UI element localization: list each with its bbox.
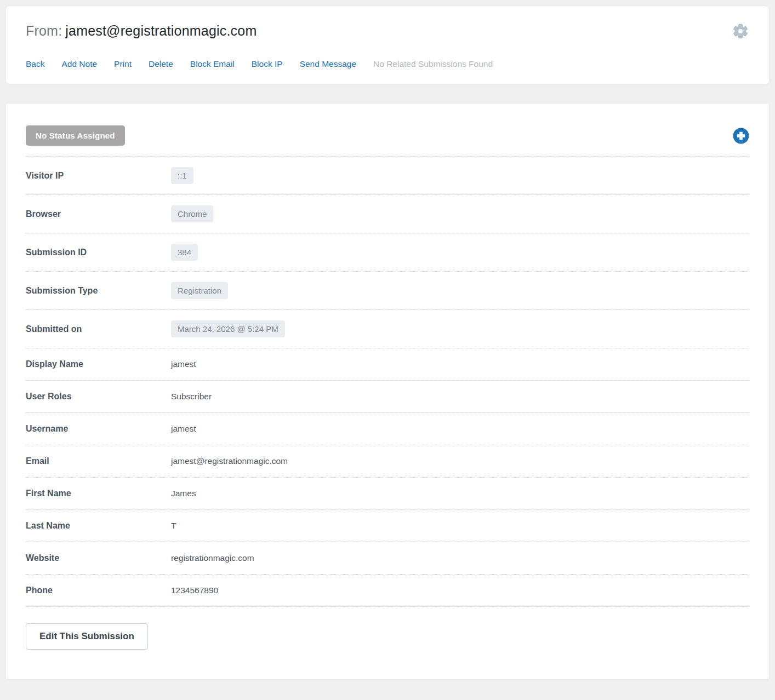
field-label: Website: [26, 553, 171, 563]
field-value-badge: Chrome: [171, 205, 213, 222]
from-label: From:: [26, 23, 62, 38]
page-title: From:jamest@registrationmagic.com: [26, 21, 257, 40]
row-browser: Browser Chrome: [26, 195, 749, 233]
field-label: First Name: [26, 489, 171, 498]
row-first-name: First Name James: [26, 478, 749, 510]
row-phone: Phone 1234567890: [26, 575, 749, 607]
add-status-button[interactable]: [733, 128, 749, 144]
title-row: From:jamest@registrationmagic.com: [26, 21, 749, 42]
related-submissions-note: No Related Submissions Found: [373, 59, 493, 69]
plus-circle-icon: [733, 137, 749, 146]
row-website: Website registrationmagic.com: [26, 542, 749, 575]
edit-area: Edit This Submission: [26, 607, 749, 650]
row-display-name: Display Name jamest: [26, 348, 749, 381]
field-label: Last Name: [26, 521, 171, 531]
field-label: Email: [26, 456, 171, 466]
field-label: Submission ID: [26, 248, 171, 257]
submission-detail-card: No Status Assigned Visitor IP ::1 Browse…: [5, 103, 770, 680]
print-link[interactable]: Print: [114, 59, 132, 69]
field-value: registrationmagic.com: [171, 553, 254, 563]
row-submission-type: Submission Type Registration: [26, 272, 749, 310]
field-label: Submitted on: [26, 324, 171, 334]
field-value: jamest@registrationmagic.com: [171, 456, 288, 466]
delete-link[interactable]: Delete: [149, 59, 173, 69]
field-label: Display Name: [26, 359, 171, 369]
field-value-badge: March 24, 2026 @ 5:24 PM: [171, 320, 285, 337]
send-message-link[interactable]: Send Message: [300, 59, 356, 69]
actions-row: Back Add Note Print Delete Block Email B…: [26, 59, 749, 69]
field-label: User Roles: [26, 392, 171, 401]
add-note-link[interactable]: Add Note: [61, 59, 97, 69]
field-label: Visitor IP: [26, 171, 171, 181]
field-value: 1234567890: [171, 586, 218, 595]
field-label: Username: [26, 424, 171, 434]
field-value: T: [171, 521, 176, 531]
field-value-badge: ::1: [171, 167, 193, 184]
field-value-badge: 384: [171, 244, 198, 261]
edit-submission-button[interactable]: Edit This Submission: [26, 623, 148, 650]
field-value: Subscriber: [171, 392, 212, 401]
field-label: Browser: [26, 209, 171, 219]
row-last-name: Last Name T: [26, 510, 749, 542]
status-badge[interactable]: No Status Assigned: [26, 125, 125, 146]
field-label: Submission Type: [26, 286, 171, 296]
gear-icon: [732, 33, 749, 42]
row-submission-id: Submission ID 384: [26, 233, 749, 272]
from-email: jamest@registrationmagic.com: [65, 23, 257, 38]
row-username: Username jamest: [26, 413, 749, 445]
field-value: jamest: [171, 359, 196, 369]
status-row: No Status Assigned: [26, 104, 749, 157]
row-visitor-ip: Visitor IP ::1: [26, 157, 749, 195]
page: From:jamest@registrationmagic.com Back A…: [0, 0, 775, 700]
submission-header-card: From:jamest@registrationmagic.com Back A…: [5, 5, 770, 85]
row-user-roles: User Roles Subscriber: [26, 381, 749, 413]
settings-button[interactable]: [732, 22, 749, 42]
row-email: Email jamest@registrationmagic.com: [26, 445, 749, 478]
field-label: Phone: [26, 586, 171, 595]
field-value: James: [171, 489, 196, 498]
row-submitted-on: Submitted on March 24, 2026 @ 5:24 PM: [26, 310, 749, 348]
field-value-badge: Registration: [171, 282, 228, 299]
block-email-link[interactable]: Block Email: [190, 59, 235, 69]
back-link[interactable]: Back: [26, 59, 44, 69]
field-value: jamest: [171, 424, 196, 434]
block-ip-link[interactable]: Block IP: [252, 59, 283, 69]
